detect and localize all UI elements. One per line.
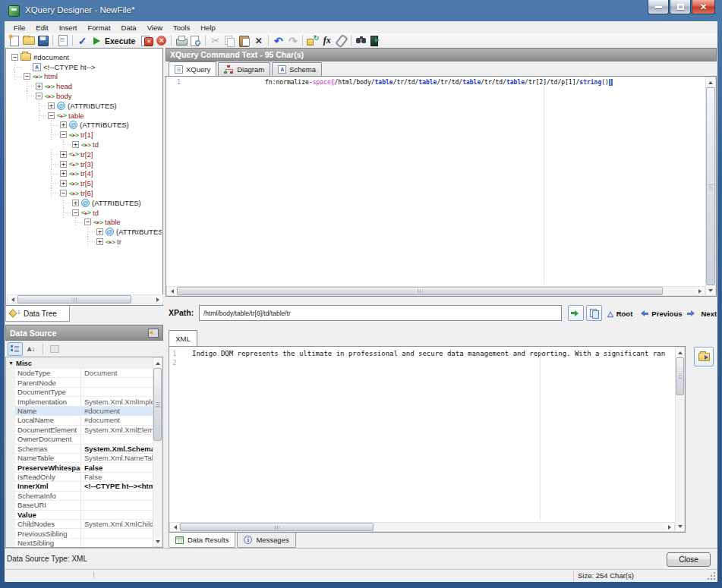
close-window-button[interactable]: ✕ xyxy=(692,0,715,14)
cut-icon[interactable] xyxy=(208,34,222,47)
editor-vertical-scrollbar[interactable] xyxy=(705,77,716,296)
tree-node[interactable]: +<◆>tr[3] xyxy=(7,159,162,169)
tree-node[interactable]: +@(ATTRIBUTES) xyxy=(7,101,162,111)
xpath-go-button[interactable] xyxy=(568,305,584,321)
tab-messages[interactable]: Messages xyxy=(237,533,295,548)
property-row[interactable]: Name#document xyxy=(6,407,153,416)
tree-expand-toggle[interactable]: − xyxy=(60,190,67,197)
property-row[interactable]: Value xyxy=(6,511,153,520)
scroll-right-button[interactable] xyxy=(695,287,705,295)
copy-icon[interactable] xyxy=(222,34,237,47)
results-horizontal-scrollbar[interactable] xyxy=(169,522,675,532)
scroll-right-button[interactable] xyxy=(153,295,162,303)
scroll-right-button[interactable] xyxy=(665,523,674,531)
alphabetical-sort-button[interactable]: A xyxy=(24,342,39,356)
save-results-button[interactable] xyxy=(694,347,714,366)
tree-expand-toggle[interactable]: + xyxy=(60,161,67,168)
property-row[interactable]: DocumentElementSystem.Xml.XmlElement xyxy=(6,426,153,435)
options-icon[interactable] xyxy=(305,34,320,47)
undo-icon[interactable] xyxy=(271,34,285,47)
property-row[interactable]: SchemasSystem.Xml.Schema. xyxy=(6,445,153,454)
attach-icon[interactable] xyxy=(334,34,348,47)
menu-file[interactable]: File xyxy=(8,24,30,32)
tree-expand-toggle[interactable]: + xyxy=(60,170,67,177)
tree-node[interactable]: −#document xyxy=(7,52,162,62)
print-icon[interactable] xyxy=(174,34,188,47)
tab-xquery[interactable]: XQuery xyxy=(169,61,216,76)
property-row[interactable]: InnerXml<!--CTYPE ht--><html xyxy=(6,482,153,491)
title-bar[interactable]: XQuery Designer - NewFile* ✕ xyxy=(0,0,722,21)
property-row[interactable]: NameTableSystem.Xml.NameTable xyxy=(6,454,153,463)
tree-node[interactable]: −<◆>html xyxy=(7,72,162,82)
tree-expand-toggle[interactable]: + xyxy=(60,121,67,128)
scroll-up-button[interactable] xyxy=(153,358,162,367)
property-row[interactable]: OwnerDocument xyxy=(6,435,153,444)
minimize-button[interactable] xyxy=(648,0,669,14)
validate-icon[interactable] xyxy=(75,34,90,47)
tab-diagram[interactable]: Diagram xyxy=(218,62,270,76)
next-button[interactable]: Next xyxy=(701,310,717,318)
tree-node[interactable]: −<◆>body xyxy=(7,91,162,101)
print-preview-icon[interactable] xyxy=(188,34,203,47)
tree-node[interactable]: −<◆>table xyxy=(7,111,162,121)
maximize-button[interactable] xyxy=(670,0,691,14)
tree-node[interactable]: −<◆>tr[6] xyxy=(7,188,162,198)
scroll-thumb[interactable] xyxy=(153,368,162,441)
scroll-thumb[interactable] xyxy=(177,287,663,295)
tree-node[interactable]: −<◆>table xyxy=(7,218,162,228)
scroll-thumb[interactable] xyxy=(17,295,131,303)
menu-insert[interactable]: Insert xyxy=(54,24,83,32)
tree-node[interactable]: +@(ATTRIBUTES) xyxy=(7,121,162,130)
property-row[interactable]: NextSibling xyxy=(6,539,153,548)
tree-node[interactable]: −<◆>td xyxy=(7,208,162,218)
property-row[interactable]: PreserveWhitespaceFalse xyxy=(6,463,153,472)
tab-data-results[interactable]: Data Results xyxy=(169,533,235,548)
tree-node[interactable]: −<◆>tr[1] xyxy=(7,130,162,140)
tree-expand-toggle[interactable]: + xyxy=(60,180,67,187)
scroll-up-button[interactable] xyxy=(706,77,715,86)
property-row[interactable]: SchemaInfo xyxy=(6,492,153,501)
property-row[interactable]: NodeTypeDocument xyxy=(6,369,153,378)
tree-node[interactable]: +<◆>tr[5] xyxy=(7,178,162,188)
redo-icon[interactable] xyxy=(285,34,300,47)
tree-node[interactable]: A<!--CTYPE ht--> xyxy=(7,62,162,72)
tree-expand-toggle[interactable]: + xyxy=(96,238,103,245)
property-row[interactable]: PreviousSibling xyxy=(6,529,153,538)
close-button[interactable]: Close xyxy=(667,552,711,567)
resize-grip[interactable] xyxy=(708,572,715,580)
results-vertical-scrollbar[interactable] xyxy=(675,347,685,532)
property-category-row[interactable]: ▼Misc xyxy=(6,357,153,369)
xpath-input[interactable] xyxy=(199,305,562,321)
tree-node[interactable]: +<◆>td xyxy=(7,140,162,149)
editor-horizontal-scrollbar[interactable] xyxy=(166,286,705,296)
tree-expand-toggle[interactable]: − xyxy=(24,73,30,80)
xpath-copy-button[interactable] xyxy=(586,305,602,321)
scroll-thumb[interactable] xyxy=(706,87,715,285)
open-icon[interactable] xyxy=(21,34,36,47)
scroll-down-button[interactable] xyxy=(706,286,715,295)
property-row[interactable]: ImplementationSystem.Xml.XmlImplemen xyxy=(6,397,153,406)
tree-expand-toggle[interactable]: − xyxy=(48,112,55,119)
property-row[interactable]: ChildNodesSystem.Xml.XmlChildNod xyxy=(6,520,153,529)
tree-expand-toggle[interactable]: + xyxy=(72,200,79,206)
tree-node[interactable]: +<◆>tr xyxy=(7,237,162,247)
xquery-editor[interactable]: 1 fn:normalize-space(/html/body/table/tr… xyxy=(166,76,717,297)
tree-expand-toggle[interactable]: + xyxy=(48,102,55,109)
property-row[interactable]: DocumentType xyxy=(6,388,153,397)
tree-expand-toggle[interactable]: − xyxy=(36,93,43,99)
save-icon[interactable] xyxy=(36,34,50,47)
tree-expand-toggle[interactable]: + xyxy=(60,151,67,158)
tree-node[interactable]: +@(ATTRIBUTES) xyxy=(7,227,162,237)
execute-icon[interactable] xyxy=(90,34,104,47)
tab-xml[interactable]: XML xyxy=(169,330,197,346)
cancel-execute-icon[interactable] xyxy=(140,34,154,47)
menu-tools[interactable]: Tools xyxy=(168,24,195,32)
results-box[interactable]: 1 2 Indigo DQM represents the ultimate i… xyxy=(169,346,686,533)
dock-icon[interactable] xyxy=(148,329,159,338)
menu-data[interactable]: Data xyxy=(116,24,142,32)
root-button[interactable]: Root xyxy=(616,310,633,318)
menu-view[interactable]: View xyxy=(142,24,168,32)
scroll-down-button[interactable] xyxy=(153,537,162,546)
menu-help[interactable]: Help xyxy=(195,24,221,32)
tree-horizontal-scrollbar[interactable] xyxy=(7,294,163,304)
